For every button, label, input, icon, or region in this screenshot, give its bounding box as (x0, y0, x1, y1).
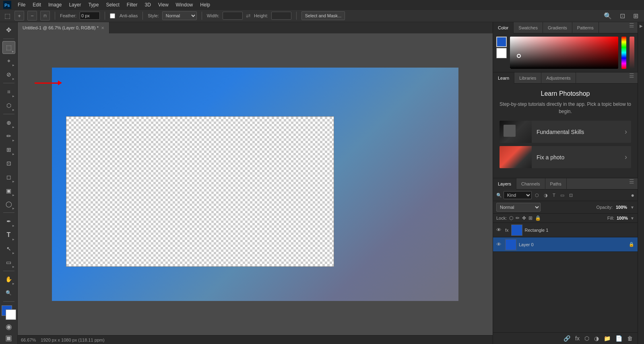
layer-rect1-visibility[interactable]: 👁 (496, 227, 503, 233)
lock-artboard-icon[interactable]: ⊞ (528, 215, 533, 221)
height-input[interactable] (271, 12, 291, 20)
shape-tool[interactable]: ▭ ▶ (2, 256, 15, 269)
type-filter-icon[interactable]: T (551, 192, 557, 198)
add-mask-icon[interactable]: ⬡ (583, 334, 591, 342)
menu-edit[interactable]: Edit (29, 1, 44, 8)
learn-panel-menu[interactable]: ☰ (626, 72, 638, 83)
color-hue-strip[interactable] (621, 37, 626, 69)
paths-tab[interactable]: Paths (545, 178, 567, 190)
background-color[interactable] (6, 309, 16, 320)
shape-filter-icon[interactable]: ▭ (559, 192, 566, 199)
channels-tab[interactable]: Channels (516, 178, 545, 190)
screen-mode-toggle[interactable]: ▣ (5, 334, 12, 342)
tab-close-button[interactable]: ✕ (101, 26, 104, 30)
fix-photo-card[interactable]: Fix a photo › (500, 146, 631, 168)
panel-collapse-button[interactable]: ▶ (638, 22, 644, 344)
path-select-tool[interactable]: ↖ ▶ (2, 242, 15, 255)
menu-help[interactable]: Help (197, 1, 213, 8)
pixel-filter-icon[interactable]: ⬡ (533, 192, 541, 199)
opacity-arrow[interactable]: ▼ (630, 205, 634, 210)
swap-dimensions-icon[interactable]: ⇄ (246, 12, 251, 19)
brush-tool[interactable]: ✏ ▶ (2, 130, 15, 143)
style-select[interactable]: Normal Fixed Ratio Fixed Size (162, 11, 197, 20)
feather-input[interactable] (80, 12, 100, 20)
layer-0[interactable]: 👁 Layer 0 🔒 (493, 237, 638, 252)
dodge-tool[interactable]: ◯ ▶ (2, 198, 15, 211)
menu-3d[interactable]: 3D (141, 1, 154, 8)
add-style-icon[interactable]: fx (574, 334, 581, 342)
panel-toggle-icon[interactable]: ⊞ (631, 12, 641, 20)
quick-select-tool[interactable]: ⊘ ▶ (2, 68, 15, 81)
intersect-selection-btn[interactable]: ⊓ (40, 11, 50, 21)
eyedropper-tool[interactable]: ⬡ ▶ (2, 99, 15, 112)
anti-alias-checkbox[interactable] (110, 13, 115, 19)
search-icon[interactable]: 🔍 (601, 12, 614, 20)
zoom-tool[interactable]: 🔍 (2, 286, 15, 299)
full-screen-icon[interactable]: ⊡ (617, 12, 627, 20)
new-layer-icon[interactable]: 📄 (614, 334, 624, 342)
menu-window[interactable]: Window (173, 1, 196, 8)
document-tab[interactable]: Untitled-1 @ 66.7% (Layer 0, RGB/8) * ✕ (18, 22, 109, 33)
width-input[interactable] (223, 12, 243, 20)
quick-mask-toggle[interactable]: ◉ (6, 322, 12, 331)
layers-filter-select[interactable]: Kind (504, 191, 532, 199)
layer-rectangle-1[interactable]: 👁 fx Rectangle 1 (493, 223, 638, 237)
layer-rect1-fx[interactable]: fx (505, 228, 509, 233)
layers-tab[interactable]: Layers (493, 178, 516, 190)
lock-pixels-icon[interactable]: ✏ (516, 215, 520, 221)
adjustment-filter-icon[interactable]: ◑ (542, 192, 549, 199)
libraries-tab[interactable]: Libraries (514, 72, 541, 84)
menu-file[interactable]: File (14, 1, 29, 8)
color-alpha-strip[interactable] (630, 37, 634, 69)
gradients-tab[interactable]: Gradients (543, 22, 572, 33)
fill-value[interactable]: 100% (617, 216, 628, 220)
history-brush-tool[interactable]: ⊡ (2, 157, 15, 170)
eraser-tool[interactable]: ◻ ▶ (2, 171, 15, 183)
lock-position-icon[interactable]: ✥ (522, 215, 526, 221)
move-tool[interactable]: ✥ (2, 24, 15, 37)
clone-tool[interactable]: ⊞ ▶ (2, 143, 15, 156)
opacity-value[interactable]: 100% (616, 205, 627, 210)
lock-transparent-icon[interactable]: ⬡ (509, 215, 513, 221)
menu-layer[interactable]: Layer (66, 1, 84, 8)
pen-tool[interactable]: ✒ ▶ (2, 215, 15, 228)
fundamental-skills-card[interactable]: Fundamental Skills › (500, 121, 631, 143)
background-color-box[interactable] (496, 48, 507, 58)
swatches-tab[interactable]: Swatches (514, 22, 543, 33)
smart-filter-icon[interactable]: ⊡ (568, 192, 574, 199)
foreground-color-box[interactable] (496, 37, 507, 47)
filter-toggle[interactable]: ● (631, 192, 634, 198)
canvas-scroll[interactable] (18, 33, 493, 335)
layers-panel-menu[interactable]: ☰ (626, 178, 638, 189)
add-selection-btn[interactable]: + (14, 11, 24, 21)
delete-layer-icon[interactable]: 🗑 (625, 334, 634, 342)
marquee-tool[interactable]: ⬚ ▶ (2, 41, 15, 54)
lasso-tool[interactable]: ⌖ ▶ (2, 55, 15, 68)
blend-mode-select[interactable]: Normal Dissolve Multiply (496, 203, 541, 212)
adjustments-tab[interactable]: Adjustments (541, 72, 576, 84)
lock-all-icon[interactable]: 🔒 (535, 215, 541, 221)
menu-view[interactable]: View (155, 1, 172, 8)
menu-filter[interactable]: Filter (124, 1, 141, 8)
transparent-canvas[interactable] (66, 116, 334, 267)
type-tool[interactable]: T ▶ (2, 229, 15, 241)
link-layers-icon[interactable]: 🔗 (562, 334, 572, 342)
hand-tool[interactable]: ✋ ▶ (2, 273, 15, 286)
fill-arrow[interactable]: ▼ (630, 216, 634, 220)
learn-tab[interactable]: Learn (493, 72, 514, 84)
crop-tool[interactable]: ⌗ ▶ (2, 85, 15, 98)
menu-type[interactable]: Type (85, 1, 102, 8)
color-panel-menu[interactable]: ☰ (626, 22, 638, 33)
color-gradient-picker[interactable] (510, 37, 618, 69)
select-and-mask-button[interactable]: Select and Mask... (301, 11, 345, 20)
new-selection-btn[interactable]: ⬚ (3, 11, 11, 21)
menu-image[interactable]: Image (45, 1, 65, 8)
new-adjustment-icon[interactable]: ◑ (592, 334, 601, 342)
gradient-tool[interactable]: ▣ ▶ (2, 184, 15, 197)
new-group-icon[interactable]: 📁 (602, 334, 612, 342)
color-tab[interactable]: Color (493, 22, 514, 33)
patterns-tab[interactable]: Patterns (572, 22, 599, 33)
subtract-selection-btn[interactable]: − (27, 11, 37, 21)
menu-select[interactable]: Select (103, 1, 122, 8)
layer-0-visibility[interactable]: 👁 (496, 241, 503, 247)
